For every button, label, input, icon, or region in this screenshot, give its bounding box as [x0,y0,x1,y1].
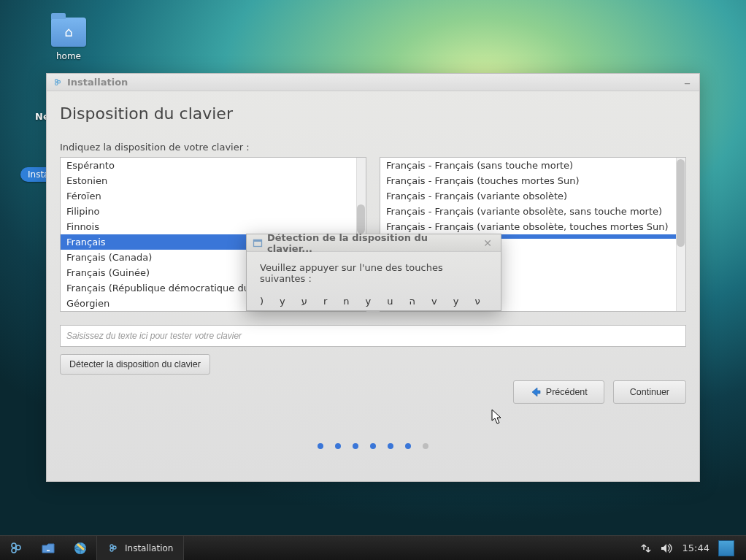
dialog-key-row: )yעrnyuהvyν [260,296,488,307]
list-item[interactable]: Filipino [61,204,356,219]
start-menu-button[interactable] [0,536,32,560]
taskbar: Installation 15:44 [0,535,746,560]
list-item[interactable]: Espéranto [61,158,356,173]
network-icon[interactable] [640,542,652,554]
svg-point-2 [55,83,58,85]
dialog-prompt: Veuillez appuyer sur l'une des touches s… [260,262,488,284]
key-hint: ה [409,296,415,307]
show-desktop-button[interactable] [718,540,734,556]
list-item[interactable]: Français - Français (variante obsolète) [380,188,676,204]
key-hint: ) [260,296,264,307]
back-button[interactable]: Précédent [513,380,604,404]
dialog-close-button[interactable]: ✕ [480,237,495,249]
key-hint: n [343,296,349,307]
cursor-icon [491,409,503,425]
scrollbar[interactable] [676,158,685,311]
svg-rect-4 [254,239,262,242]
page-heading: Disposition du clavier [60,104,686,123]
app-trisquel-icon [53,77,63,88]
browser-launcher[interactable] [64,536,96,560]
list-item[interactable]: Français - Français (sans touche morte) [380,158,676,173]
continue-button[interactable]: Continuer [613,380,686,404]
keyboard-test-input[interactable] [60,325,686,347]
svg-point-1 [58,80,61,83]
progress-dot [370,443,376,449]
file-manager-launcher[interactable] [32,536,64,560]
progress-dot [405,443,411,449]
progress-dot [353,443,358,449]
taskbar-item-installation[interactable]: Installation [96,536,184,560]
key-hint: y [453,296,459,307]
svg-point-11 [110,548,113,551]
scrollbar-thumb[interactable] [357,204,365,234]
dialog-titlebar[interactable]: Détection de la disposition du clavier..… [247,234,501,252]
arrow-left-icon [530,386,542,398]
svg-point-0 [55,79,58,82]
key-hint: ע [301,296,307,307]
volume-icon[interactable] [661,542,674,554]
window-title: Installation [67,77,128,88]
scrollbar-thumb[interactable] [677,159,685,247]
key-hint: y [280,296,285,307]
progress-dots [47,443,699,449]
progress-dot [388,443,393,449]
system-tray: 15:44 [633,540,746,556]
window-minimize-button[interactable]: – [681,74,693,90]
svg-point-5 [12,543,16,548]
taskbar-clock[interactable]: 15:44 [682,542,710,553]
folder-home-icon: ⌂ [51,18,86,47]
dialog-title: Détection de la disposition du clavier..… [267,232,472,254]
list-item[interactable]: Féroïen [61,188,356,204]
list-item[interactable]: Français - Français (variante obsolète, … [380,204,676,219]
svg-point-7 [12,548,16,553]
desktop-home-icon[interactable]: ⌂ home [45,18,92,61]
desktop-home-label: home [45,51,92,61]
window-titlebar[interactable]: Installation – [47,74,699,91]
svg-point-6 [16,545,20,550]
key-hint: u [387,296,393,307]
app-trisquel-icon [107,542,119,554]
key-hint: r [323,296,327,307]
list-item[interactable]: Estonien [61,173,356,188]
taskbar-item-label: Installation [125,543,173,553]
progress-dot [335,443,341,449]
svg-point-9 [110,545,113,548]
progress-dot [318,443,323,449]
detect-layout-button[interactable]: Détecter la disposition du clavier [60,354,210,375]
svg-point-10 [113,546,116,549]
instruction-text: Indiquez la disposition de votre clavier… [60,142,686,153]
progress-dot [423,443,428,449]
key-hint: ν [474,296,480,307]
detect-layout-dialog: Détection de la disposition du clavier..… [246,234,501,311]
window-icon [253,238,263,248]
key-hint: v [431,296,437,307]
list-item[interactable]: Français - Français (touches mortes Sun) [380,173,676,188]
key-hint: y [366,296,372,307]
